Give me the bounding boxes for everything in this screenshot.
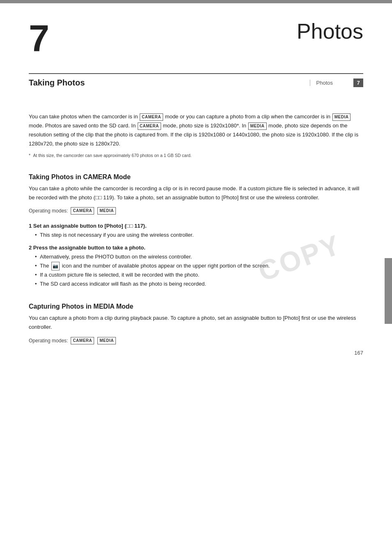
step-2-bullet-3: If a custom picture file is selected, it… [35,270,363,279]
footnote: At this size, the camcorder can save app… [29,152,363,159]
step-2-bullet-1: Alternatively, press the PHOTO button on… [35,252,363,261]
badge-camera-op1: CAMERA [71,207,94,215]
subsection2-body: You can capture a photo from a clip duri… [29,314,363,332]
subsection1-title: Taking Photos in CAMERA Mode [29,173,363,181]
subsection2-title: Capturing Photos in MEDIA Mode [29,303,363,310]
badge-media-intro: MEDIA [332,113,351,121]
operating-modes-label-1: Operating modes: [29,208,68,214]
section-header: Taking Photos Photos 7 [29,73,363,88]
step-2: 2 Press the assignable button to take a … [29,244,363,289]
step-1: 1 Set an assignable button to [Photo] (□… [29,222,363,240]
operating-modes-label-2: Operating modes: [29,338,68,344]
badge-media-op1: MEDIA [97,207,116,215]
section-header-label: Photos [310,80,349,86]
top-bar [0,0,392,3]
step-2-bullet-4: The SD card access indicator will flash … [35,279,363,289]
section-header-right: Photos 7 [310,78,363,87]
badge-media-op2: MEDIA [97,337,116,344]
subsection1-body: You can take a photo while the camcorder… [29,184,363,202]
steps-list: 1 Set an assignable button to [Photo] (□… [29,222,363,289]
right-tab [385,258,392,324]
operating-modes-1: Operating modes: CAMERA MEDIA [29,207,363,215]
step-1-bullets: This step is not necessary if you are us… [29,231,363,240]
badge-camera-intro2: CAMERA [138,122,161,130]
step-2-bullet-2: The 📷 icon and the number of available p… [35,261,363,270]
sd-icon: 📷 [51,262,60,270]
step-2-bullets: Alternatively, press the PHOTO button on… [29,252,363,289]
badge-camera-op2: CAMERA [71,337,94,344]
badge-media-intro2: MEDIA [248,122,267,130]
intro-text: You can take photos when the camcorder i… [29,112,363,148]
operating-modes-2: Operating modes: CAMERA MEDIA [29,337,363,344]
badge-camera-intro: CAMERA [140,113,163,121]
chapter-title: Photos [297,19,363,44]
section-title: Taking Photos [29,78,85,88]
page-number: 167 [354,350,363,356]
chapter-badge: 7 [353,78,363,87]
step-1-bullet-1: This step is not necessary if you are us… [35,231,363,240]
